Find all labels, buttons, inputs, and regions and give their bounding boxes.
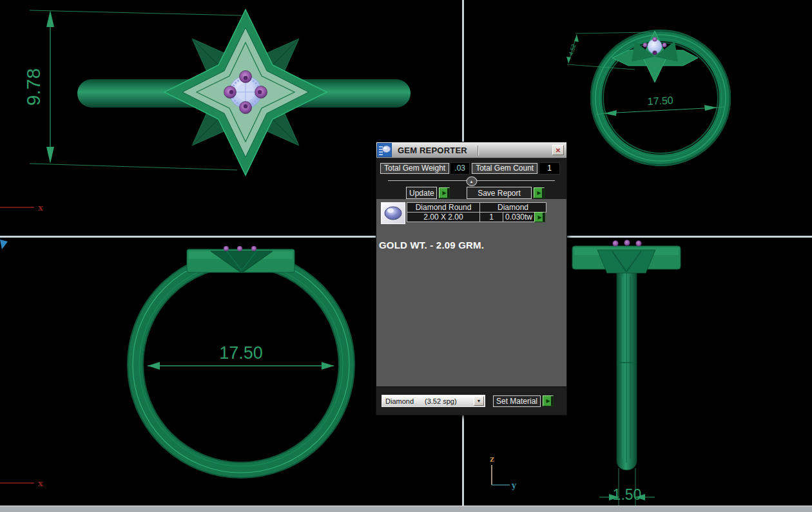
prong-tip <box>624 240 630 246</box>
prong-tip <box>251 246 256 251</box>
set-material-button[interactable]: Set Material <box>493 395 541 407</box>
gem-reporter-dialog: GEM REPORTER ✕ Total Gem Weight .03 Tota… <box>376 142 567 415</box>
ring-band-front[interactable] <box>128 251 354 478</box>
gem-row-action-icon[interactable]: ▶ <box>534 212 545 222</box>
viewport-front-view[interactable]: 17.50 x <box>0 246 354 488</box>
gem-count-cell: 1 <box>479 212 503 222</box>
total-gem-weight-value[interactable]: .03 <box>450 162 470 175</box>
gem-thumbnail[interactable] <box>381 202 405 224</box>
x-axis-label: x <box>38 203 43 213</box>
gem-icon <box>383 205 403 221</box>
total-gem-count-label: Total Gem Count <box>472 163 537 174</box>
prong-tip <box>237 246 242 251</box>
gem-table: Diamond Round Diamond 2.00 X 2.00 1 0.03… <box>381 202 563 224</box>
zy-axis-indicator: z y <box>490 455 517 490</box>
gem-group-header: Diamond <box>479 202 546 213</box>
gem-size-cell: 2.00 X 2.00 <box>407 212 480 222</box>
update-button[interactable]: Update <box>406 187 437 199</box>
slider-handle[interactable]: ▲ <box>466 176 477 186</box>
viewport-perspective-view[interactable]: 17.50 4.52 <box>566 31 730 165</box>
update-run-icon[interactable]: ▶ <box>439 187 450 198</box>
edge-axis-glyph <box>0 238 9 251</box>
gem-type-header: Diamond Round <box>407 202 480 213</box>
total-gem-weight-label: Total Gem Weight <box>380 163 449 174</box>
diameter-dimension-perspective <box>596 105 724 116</box>
dropdown-arrow-icon[interactable]: ▼ <box>474 396 484 406</box>
material-dropdown[interactable]: Diamond (3.52 spg) ▼ <box>382 395 485 407</box>
save-report-run-icon[interactable]: ▶ <box>534 187 545 198</box>
dialog-titlebar[interactable]: GEM REPORTER ✕ <box>376 142 566 158</box>
prong-tip <box>613 241 619 247</box>
dialog-controls-section: Total Gem Weight .03 Total Gem Count 1 ▲… <box>376 158 566 199</box>
panel-slider[interactable]: ▲ <box>388 176 555 184</box>
prong-tip <box>224 246 229 251</box>
material-spg: (3.52 spg) <box>425 397 457 405</box>
cad-application-window: 9.78 x <box>0 0 812 512</box>
diameter-dimension-front <box>148 362 334 370</box>
save-report-button[interactable]: Save Report <box>467 187 532 199</box>
close-icon[interactable]: ✕ <box>552 145 564 155</box>
material-name: Diamond <box>385 397 414 405</box>
y-axis-label: y <box>511 481 517 490</box>
dialog-report-area: Diamond Round Diamond 2.00 X 2.00 1 0.03… <box>376 199 566 386</box>
head-dimension-label: 4.52 <box>568 43 577 56</box>
star-head-side[interactable] <box>572 240 681 274</box>
diameter-dimension-label-front: 17.50 <box>219 343 263 363</box>
status-bar <box>0 506 812 512</box>
gold-weight-text: GOLD WT. - 2.09 GRM. <box>379 240 563 251</box>
total-gem-count-value[interactable]: 1 <box>539 162 560 175</box>
titlebar-separator <box>478 146 478 155</box>
z-axis-label: z <box>490 455 494 464</box>
star-head-front[interactable] <box>187 246 295 273</box>
prong-tip <box>636 241 642 247</box>
width-dimension-label: 1.50 <box>613 486 642 503</box>
set-material-run-icon[interactable]: ▶ <box>543 395 554 406</box>
height-dimension-label: 9.78 <box>23 68 44 106</box>
gem-reporter-icon <box>377 143 392 157</box>
viewport-top-view[interactable]: 9.78 x <box>0 10 411 213</box>
gem-weight-cell: 0.030tw <box>503 212 535 222</box>
material-section: Diamond (3.52 spg) ▼ Set Material ▶ <box>376 386 566 415</box>
dialog-title: GEM REPORTER <box>398 146 467 155</box>
diameter-dimension-label-perspective: 17.50 <box>647 95 673 107</box>
x-axis-label: x <box>38 479 43 488</box>
